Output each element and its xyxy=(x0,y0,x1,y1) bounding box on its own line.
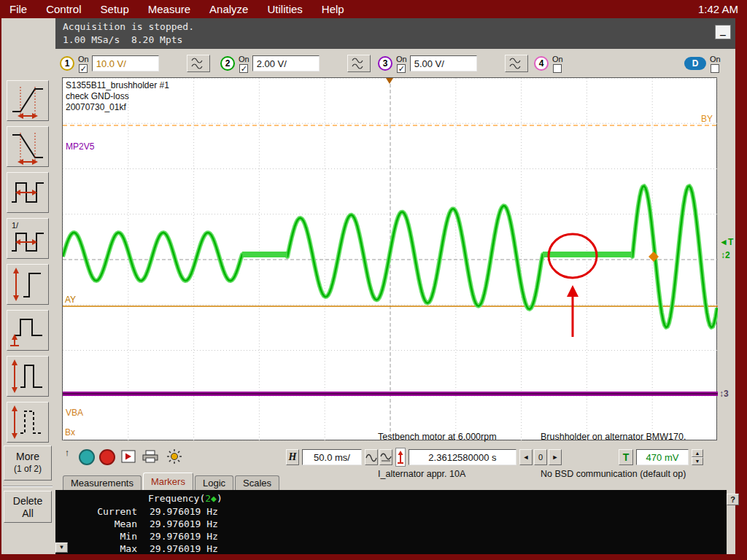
run-button[interactable] xyxy=(79,449,95,465)
trigger-level-up-button[interactable]: ▲ xyxy=(692,449,703,457)
annotation-line-3: 20070730_01kf xyxy=(66,102,126,113)
status-bar: Acquisition is stopped. 1.00 MSa/s 8.20 … xyxy=(55,18,735,49)
annotation-line-1: S1355B11_brushholder #1 xyxy=(66,80,169,91)
channel-1-coupling-button[interactable] xyxy=(187,55,210,72)
measurement-row: Mean29.976019 Hz xyxy=(85,518,218,529)
measurement-source: 2 xyxy=(205,493,211,504)
channel-2-badge[interactable]: 2 xyxy=(220,56,235,71)
digital-badge[interactable]: D xyxy=(684,57,706,70)
trigger-time-icon xyxy=(395,448,406,467)
tab-scales[interactable]: Scales xyxy=(235,475,279,490)
menu-utilities[interactable]: Utilities xyxy=(258,0,311,18)
tab-measurements[interactable]: Measurements xyxy=(63,475,142,490)
measurement-row-value: 29.976019 Hz xyxy=(150,518,218,529)
channel-2-group: 2On2.00 V/ xyxy=(220,54,371,73)
horizontal-zoom-icon[interactable] xyxy=(379,449,392,465)
app-panel: Acquisition is stopped. 1.00 MSa/s 8.20 … xyxy=(1,18,735,554)
more-page-label: (1 of 2) xyxy=(4,463,51,475)
channel-2-on-checkbox[interactable] xyxy=(239,64,248,73)
channel-2-coupling-button[interactable] xyxy=(347,55,371,72)
meas-fall-time-icon[interactable] xyxy=(7,126,49,167)
marker-by-label: BY xyxy=(701,114,713,124)
menu-measure[interactable]: Measure xyxy=(139,0,200,18)
channel-3-group: 3On5.00 V/ xyxy=(378,54,528,73)
menu-help[interactable]: Help xyxy=(312,0,354,18)
meas-vtop-icon[interactable] xyxy=(7,310,49,351)
channel-bar: 1On10.0 V/2On2.00 V/3On5.00 V/4OnDOn xyxy=(55,49,735,77)
measurement-row-label: Min xyxy=(85,531,137,542)
measurement-row-label: Max xyxy=(85,543,137,554)
channel-3-scale-field[interactable]: 5.00 V/ xyxy=(410,55,477,71)
measurement-row-value: 29.976019 Hz xyxy=(150,531,218,542)
help-button[interactable]: ? xyxy=(727,494,739,505)
position-zero-button[interactable]: 0 xyxy=(534,449,547,465)
channel-2-scale-field[interactable]: 2.00 V/ xyxy=(252,55,320,71)
export-icon[interactable] xyxy=(121,450,136,466)
channel-4-on-label: On xyxy=(552,55,563,63)
channel-1-badge[interactable]: 1 xyxy=(60,56,74,71)
meas-vbase-icon[interactable] xyxy=(7,402,49,443)
more-label: More xyxy=(4,451,51,463)
horizontal-bar: ↑ H 50.0 ms/ 2.3612580000 s ◄ 0 ► T 470 … xyxy=(55,445,735,472)
waveform-svg[interactable] xyxy=(63,78,718,441)
vba-label: VBA xyxy=(66,408,83,418)
channel-3-coupling-button[interactable] xyxy=(505,55,528,72)
channel-1-on-label: On xyxy=(78,55,89,63)
delete-label-1: Delete xyxy=(4,495,51,508)
gnd-loss-arrow xyxy=(567,285,578,297)
trigger-level-marker[interactable]: ◄T xyxy=(719,237,733,247)
channel2-ground-marker[interactable]: ↕2 xyxy=(721,250,730,260)
measurement-row: Max29.976019 Hz xyxy=(85,543,218,554)
expand-up-icon[interactable]: ↑ xyxy=(61,446,73,458)
channel-3-on-checkbox[interactable] xyxy=(397,64,406,73)
measurement-header: Frequency(2◆) xyxy=(148,493,222,504)
meas-vamplitude-icon[interactable] xyxy=(7,356,49,397)
more-button[interactable]: More (1 of 2) xyxy=(4,446,52,481)
position-right-button[interactable]: ► xyxy=(549,449,562,465)
measurement-row-label: Mean xyxy=(85,518,137,529)
timebase-field[interactable]: 50.0 ms/ xyxy=(302,449,362,465)
channel-3-on-label: On xyxy=(396,55,407,63)
clock: 1:42 AM xyxy=(698,3,747,15)
marker-bx-label: Bx xyxy=(65,427,75,438)
scope-display[interactable]: S1355B11_brushholder #1 check GND-loss 2… xyxy=(62,77,717,440)
channel3-ground-marker[interactable]: ↕3 xyxy=(719,389,729,399)
trigger-label: T xyxy=(619,449,633,465)
brightness-icon[interactable] xyxy=(166,448,182,467)
note-left-1: Testbench motor at 6.000rpm xyxy=(378,431,497,443)
position-left-button[interactable]: ◄ xyxy=(519,449,533,465)
horizontal-position-field[interactable]: 2.3612580000 s xyxy=(409,449,516,465)
meas-frequency-icon[interactable]: 1/ xyxy=(7,218,49,259)
channel-1-group: 1On10.0 V/ xyxy=(60,54,210,73)
channel-2-on-label: On xyxy=(239,55,249,63)
tab-logic[interactable]: Logic xyxy=(195,475,233,490)
minimize-button[interactable]: _ xyxy=(715,25,731,39)
printer-icon[interactable] xyxy=(142,449,159,467)
measurement-row: Current29.976019 Hz xyxy=(85,506,218,517)
channel-1-on-checkbox[interactable] xyxy=(79,64,88,73)
measurement-row-value: 29.976019 Hz xyxy=(150,506,218,517)
measurement-name: Frequency( xyxy=(148,493,205,504)
digital-on-checkbox[interactable] xyxy=(711,64,719,73)
menu-file[interactable]: File xyxy=(0,0,36,18)
tab-markers[interactable]: Markers xyxy=(143,472,193,490)
meas-vpp-icon[interactable] xyxy=(7,264,49,305)
stop-button[interactable] xyxy=(99,449,115,465)
channel-4-badge[interactable]: 4 xyxy=(534,56,549,71)
trigger-level-down-button[interactable]: ▼ xyxy=(692,457,703,465)
menu-analyze[interactable]: Analyze xyxy=(200,0,258,18)
measurements-panel: Frequency(2◆) Current29.976019 HzMean29.… xyxy=(55,490,727,554)
channel-3-badge[interactable]: 3 xyxy=(378,56,392,71)
horizontal-sine-icon[interactable] xyxy=(365,449,378,465)
channel-4-on-checkbox[interactable] xyxy=(553,64,562,73)
delete-all-button[interactable]: Delete All xyxy=(4,491,52,523)
channel-1-scale-field[interactable]: 10.0 V/ xyxy=(92,55,159,71)
meas-rise-time-icon[interactable] xyxy=(7,80,49,121)
menu-bar: FileControlSetupMeasureAnalyzeUtilitiesH… xyxy=(0,0,747,18)
menu-control[interactable]: Control xyxy=(36,0,90,18)
trigger-level-field[interactable]: 470 mV xyxy=(636,449,689,465)
measurement-row-value: 29.976019 Hz xyxy=(150,543,218,554)
menu-setup[interactable]: Setup xyxy=(91,0,139,18)
scroll-down-button[interactable]: ▼ xyxy=(55,542,68,553)
meas-period-icon[interactable] xyxy=(7,172,49,213)
